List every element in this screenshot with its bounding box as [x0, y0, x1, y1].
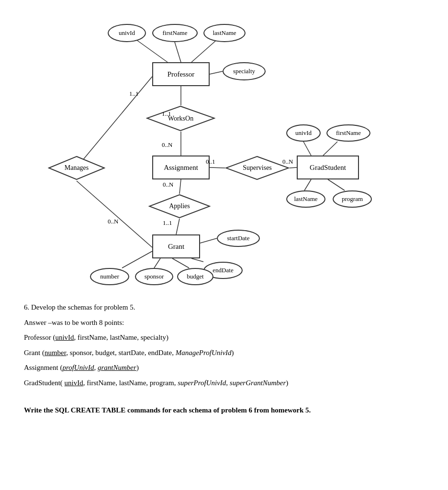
entity-professor: Professor	[152, 62, 210, 86]
svg-line-11	[328, 179, 345, 190]
relationship-manages: Manages	[48, 156, 105, 180]
svg-line-20	[77, 181, 152, 247]
attr-prof-lastname: lastName	[203, 24, 246, 42]
question-number: 6. Develop the schemas for problem 5.	[24, 301, 424, 314]
cardinality-applies-bottom: 1..1	[163, 219, 172, 227]
attr-gs-univid: univId	[286, 124, 321, 142]
attr-gs-firstname: firstName	[326, 124, 370, 142]
relationship-supervises: Supervises	[225, 156, 290, 180]
entity-grant: Grant	[152, 234, 200, 258]
attr-prof-firstname: firstName	[152, 24, 198, 42]
svg-line-1	[175, 42, 181, 62]
er-diagram: Professor Assignment Grant GradStudent W…	[19, 14, 431, 292]
attr-grant-number: number	[90, 268, 129, 285]
attr-grant-startdate: startDate	[217, 230, 260, 247]
cardinality-manages: 0..N	[108, 218, 118, 225]
svg-line-12	[179, 179, 181, 194]
svg-line-7	[290, 167, 297, 168]
entity-assignment: Assignment	[152, 156, 210, 179]
cardinality-applies-top: 0..N	[163, 181, 173, 189]
attr-gs-lastname: lastName	[286, 190, 325, 208]
relationship-applies: Applies	[148, 194, 211, 219]
text-section: 6. Develop the schemas for problem 5. An…	[19, 301, 429, 416]
footer-text: Write the SQL CREATE TABLE commands for …	[24, 404, 424, 417]
svg-line-9	[323, 142, 337, 156]
attr-gs-program: program	[333, 190, 372, 208]
schema-grant: Grant (number, sponsor, budget, startDat…	[24, 347, 424, 359]
svg-line-18	[172, 258, 189, 268]
svg-line-14	[200, 238, 217, 243]
svg-line-15	[191, 258, 203, 262]
entity-gradstudent: GradStudent	[297, 156, 359, 179]
schema-gradstudent: GradStudent( univId, firstName, lastName…	[24, 377, 424, 390]
svg-line-10	[304, 179, 311, 190]
cardinality-prof-workson-top: 1..1	[129, 90, 139, 98]
attr-prof-univid: univId	[108, 24, 146, 42]
diagram-lines	[19, 14, 431, 292]
attr-prof-specialty: specialty	[223, 62, 266, 80]
svg-line-17	[154, 258, 160, 268]
svg-line-6	[210, 167, 225, 168]
cardinality-assignment-supervises: 0..1	[206, 158, 215, 166]
svg-line-13	[176, 219, 179, 234]
attr-grant-sponsor: sponsor	[135, 268, 173, 285]
schema-assignment: Assignment (profUnivId, grantNumber)	[24, 362, 424, 374]
svg-line-8	[303, 142, 311, 156]
svg-line-3	[210, 71, 223, 74]
schema-professor: Professor (univId, firstName, lastName, …	[24, 332, 424, 344]
attr-grant-budget: budget	[177, 268, 213, 285]
svg-line-16	[122, 251, 152, 268]
cardinality-supervises-gradstudent: 0..N	[282, 158, 293, 166]
relationship-workson: WorksOn	[146, 105, 215, 132]
cardinality-workson-bottom: 0..N	[162, 141, 172, 149]
svg-line-19	[77, 77, 152, 167]
answer-label: Answer –was to be worth 8 points:	[24, 317, 424, 329]
